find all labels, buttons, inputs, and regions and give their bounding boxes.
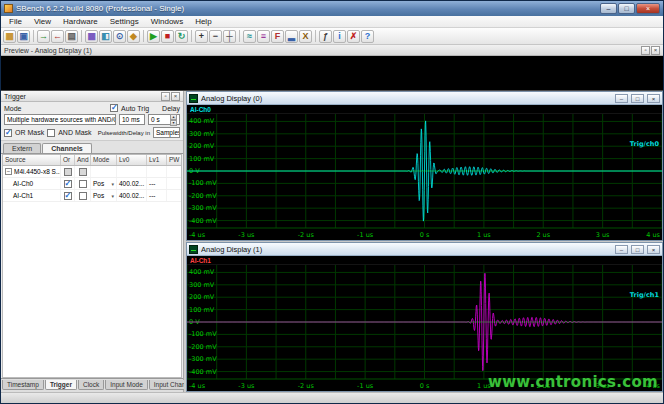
print-icon[interactable]: ▤ — [65, 30, 78, 43]
crosshair-cursor-icon[interactable]: ┼ — [223, 30, 236, 43]
svg-text:-1 us: -1 us — [357, 231, 374, 239]
table-row[interactable]: AI-Ch1 Pos ▾ 400.02... --- — [3, 190, 181, 202]
chevron-down-icon[interactable]: ▾ — [111, 181, 114, 187]
svg-text:-300 mV: -300 mV — [189, 204, 217, 212]
mode-value[interactable]: Pos — [93, 180, 104, 187]
pulsewidth-unit-select[interactable]: Samples ▾ — [153, 127, 180, 138]
hardware-setup-icon[interactable]: ▦ — [85, 30, 98, 43]
fft-display-icon[interactable]: F — [271, 30, 284, 43]
col-source[interactable]: Source — [3, 155, 61, 165]
lv0-value[interactable]: 400.02... — [119, 192, 144, 199]
menu-hardware[interactable]: Hardware — [57, 17, 104, 26]
display-close-button[interactable]: × — [647, 245, 660, 254]
or-checkbox[interactable] — [64, 180, 72, 188]
mode-value[interactable]: Pos — [93, 192, 104, 199]
or-mask-checkbox[interactable] — [4, 129, 12, 137]
display-minimize-button[interactable]: – — [615, 245, 628, 254]
maximize-button[interactable]: □ — [618, 3, 635, 14]
start-acquisition-icon[interactable]: ▶ — [147, 30, 160, 43]
panel-float-icon[interactable]: ▫ — [161, 92, 170, 101]
help-icon[interactable]: ? — [361, 30, 374, 43]
digital-display-icon[interactable]: ≡ — [257, 30, 270, 43]
plot-area-ch0[interactable]: 400 mV300 mV200 mV100 mV0 V-100 mV-200 m… — [187, 114, 662, 240]
lv1-value[interactable]: --- — [149, 180, 156, 187]
titlebar[interactable]: SBench 6.2.2 build 8080 (Professional - … — [1, 1, 663, 16]
delay-spinner[interactable]: ▴ ▾ — [170, 114, 177, 126]
tab-input-mode[interactable]: Input Mode — [105, 380, 148, 390]
analog-display-icon[interactable]: ≈ — [243, 30, 256, 43]
channel-label[interactable]: AI-Ch0 — [190, 106, 211, 113]
open-project-icon[interactable]: ▦ — [3, 30, 16, 43]
preview-canvas[interactable] — [1, 56, 663, 91]
preview-float-icon[interactable]: ▫ — [641, 46, 650, 55]
restart-acquisition-icon[interactable]: ↻ — [175, 30, 188, 43]
svg-text:3 us: 3 us — [596, 231, 610, 239]
tab-clock[interactable]: Clock — [78, 380, 104, 390]
col-pw[interactable]: PW — [167, 155, 181, 165]
or-checkbox[interactable] — [64, 192, 72, 200]
autotrig-timeout-field[interactable]: 10 ms — [119, 114, 145, 125]
input-mode-icon[interactable]: ◧ — [99, 30, 112, 43]
tab-channels[interactable]: Channels — [42, 143, 92, 153]
channel-label[interactable]: AI-Ch1 — [190, 257, 211, 264]
delay-field[interactable]: 0 s ▴ ▾ — [148, 114, 180, 125]
display-maximize-button[interactable]: □ — [631, 94, 644, 103]
table-row[interactable]: AI-Ch0 Pos ▾ 400.02... --- — [3, 178, 181, 190]
stop-acquisition-icon[interactable]: ■ — [161, 30, 174, 43]
lv0-value[interactable]: 400.02... — [119, 180, 144, 187]
zoom-in-icon[interactable]: + — [195, 30, 208, 43]
clock-setup-icon[interactable]: ⊙ — [113, 30, 126, 43]
col-lv0[interactable]: Lv0 — [117, 155, 147, 165]
display-maximize-button[interactable]: □ — [631, 245, 644, 254]
col-and[interactable]: And — [75, 155, 91, 165]
svg-text:-4 us: -4 us — [189, 231, 206, 239]
menu-file[interactable]: File — [3, 17, 28, 26]
xy-display-icon[interactable]: X — [299, 30, 312, 43]
col-lv1[interactable]: Lv1 — [147, 155, 167, 165]
group-or-checkbox[interactable] — [64, 168, 72, 176]
lv1-value[interactable]: --- — [149, 192, 156, 199]
trigger-setup-icon[interactable]: ◆ — [127, 30, 140, 43]
info-icon[interactable]: i — [333, 30, 346, 43]
tab-extern[interactable]: Extern — [3, 143, 41, 153]
zoom-out-icon[interactable]: − — [209, 30, 222, 43]
and-checkbox[interactable] — [79, 192, 87, 200]
table-row-group[interactable]: − M4i.4450-x8 S... — [3, 166, 181, 178]
close-button[interactable]: × — [636, 3, 660, 14]
display-close-button[interactable]: × — [647, 94, 660, 103]
function-calc-icon[interactable]: ƒ — [319, 30, 332, 43]
menu-settings[interactable]: Settings — [104, 17, 145, 26]
menu-help[interactable]: Help — [189, 17, 217, 26]
col-or[interactable]: Or — [61, 155, 75, 165]
export-data-icon[interactable]: ← — [51, 30, 64, 43]
minimize-button[interactable]: – — [600, 3, 617, 14]
group-and-checkbox[interactable] — [79, 168, 87, 176]
tree-collapse-icon[interactable]: − — [5, 168, 12, 175]
menu-view[interactable]: View — [28, 17, 57, 26]
display-titlebar[interactable]: Analog Display (0) – □ × — [187, 92, 662, 105]
trigger-mode-section: Mode Auto Trig Delay Multiple hardware s… — [1, 102, 183, 141]
svg-text:300 mV: 300 mV — [189, 130, 215, 138]
chevron-down-icon[interactable]: ▾ — [111, 193, 114, 199]
svg-text:-3 us: -3 us — [238, 231, 255, 239]
panel-close-icon[interactable]: × — [171, 92, 180, 101]
trigger-panel-header[interactable]: Trigger ▫ × — [1, 91, 183, 102]
save-project-icon[interactable]: ▣ — [17, 30, 30, 43]
window-title: SBench 6.2.2 build 8080 (Professional - … — [16, 4, 597, 13]
and-mask-checkbox[interactable] — [47, 129, 55, 137]
display-titlebar[interactable]: Analog Display (1) – □ × — [187, 243, 662, 256]
display-minimize-button[interactable]: – — [615, 94, 628, 103]
trigger-mode-select[interactable]: Multiple hardware sources with AND/OR ▾ — [4, 114, 116, 125]
tab-trigger[interactable]: Trigger — [45, 380, 77, 390]
col-mode[interactable]: Mode — [91, 155, 117, 165]
spin-down-icon[interactable]: ▾ — [170, 120, 177, 126]
auto-trig-checkbox[interactable] — [110, 104, 118, 112]
delete-display-icon[interactable]: ✗ — [347, 30, 360, 43]
svg-text:-400 mV: -400 mV — [189, 217, 217, 225]
tab-timestamp[interactable]: Timestamp — [2, 380, 44, 390]
and-checkbox[interactable] — [79, 180, 87, 188]
preview-close-icon[interactable]: × — [651, 46, 660, 55]
import-data-icon[interactable]: → — [37, 30, 50, 43]
histogram-display-icon[interactable]: ▂ — [285, 30, 298, 43]
menu-windows[interactable]: Windows — [145, 17, 189, 26]
